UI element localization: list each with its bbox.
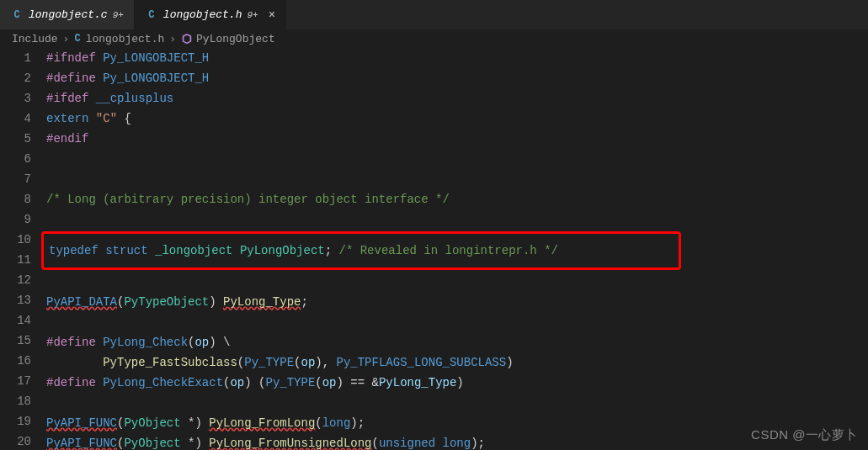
c-file-icon: C (74, 33, 80, 45)
line-number: 20 (0, 431, 31, 450)
line-number: 15 (0, 331, 31, 351)
watermark: CSDN @一心萝卜 (751, 427, 858, 443)
code-line: /* Long (arbitrary precision) integer ob… (46, 189, 868, 209)
tab-longobject-h[interactable]: C longobject.h 9+ × (135, 0, 286, 29)
code-line: PyAPI_DATA(PyTypeObject) PyLong_Type; (46, 292, 868, 312)
line-number: 2 (0, 68, 31, 88)
line-number: 12 (0, 270, 31, 290)
tab-label: longobject.h (163, 8, 242, 21)
line-number-gutter: 1 2 3 4 5 6 7 8 9 10 11 12 13 14 15 16 1… (0, 48, 46, 450)
line-number: 16 (0, 351, 31, 371)
line-number: 9 (0, 209, 31, 230)
code-line (46, 393, 868, 413)
code-line: #define Py_LONGOBJECT_H (46, 68, 868, 88)
code-line (46, 312, 868, 332)
line-number: 19 (0, 411, 31, 431)
line-number: 8 (0, 189, 31, 209)
highlighted-region: typedef struct _longobject PyLongObject;… (41, 231, 681, 270)
chevron-right-icon: › (169, 33, 176, 45)
tab-bar: C longobject.c 9+ C longobject.h 9+ × (0, 0, 868, 29)
line-number: 14 (0, 310, 31, 331)
code-editor[interactable]: 1 2 3 4 5 6 7 8 9 10 11 12 13 14 15 16 1… (0, 48, 868, 450)
line-number: 11 (0, 250, 31, 270)
chevron-right-icon: › (63, 33, 70, 45)
code-content[interactable]: #ifndef Py_LONGOBJECT_H #define Py_LONGO… (46, 48, 868, 450)
close-icon[interactable]: × (269, 8, 275, 22)
code-line (46, 169, 868, 189)
code-line (46, 209, 868, 230)
code-line: PyType_FastSubclass(Py_TYPE(op), Py_TPFL… (46, 352, 868, 373)
breadcrumb-file[interactable]: longobject.h (86, 33, 165, 45)
code-line: #define PyLong_Check(op) \ (46, 332, 868, 352)
line-number: 4 (0, 109, 31, 129)
code-line: PyAPI_FUNC(PyObject *) PyLong_FromUnsign… (46, 433, 868, 450)
c-file-icon: C (145, 8, 158, 22)
code-line: extern "C" { (46, 109, 868, 129)
line-number: 3 (0, 88, 31, 109)
tab-modified-badge: 9+ (247, 10, 258, 20)
line-number: 7 (0, 169, 31, 189)
breadcrumb-symbol[interactable]: PyLongObject (181, 33, 275, 45)
line-number: 13 (0, 290, 31, 310)
code-line: PyAPI_FUNC(PyObject *) PyLong_FromLong(l… (46, 413, 868, 433)
breadcrumb[interactable]: Include › C longobject.h › PyLongObject (0, 29, 868, 48)
c-file-icon: C (10, 8, 24, 22)
code-line (46, 272, 868, 292)
line-number: 5 (0, 129, 31, 149)
line-number: 18 (0, 391, 31, 411)
tab-longobject-c[interactable]: C longobject.c 9+ (0, 0, 135, 29)
code-line (46, 149, 868, 169)
code-line: typedef struct _longobject PyLongObject;… (49, 241, 674, 261)
line-number: 10 (0, 230, 31, 250)
code-line: #define PyLong_CheckExact(op) (Py_TYPE(o… (46, 373, 868, 393)
line-number: 17 (0, 371, 31, 391)
line-number: 6 (0, 149, 31, 169)
struct-icon (181, 33, 193, 45)
tab-label: longobject.c (29, 8, 108, 21)
tab-modified-badge: 9+ (113, 10, 124, 20)
breadcrumb-folder[interactable]: Include (12, 33, 58, 45)
code-line: #endif (46, 129, 868, 149)
code-line: #ifdef __cplusplus (46, 88, 868, 109)
code-line: #ifndef Py_LONGOBJECT_H (46, 48, 868, 68)
line-number: 1 (0, 48, 31, 68)
